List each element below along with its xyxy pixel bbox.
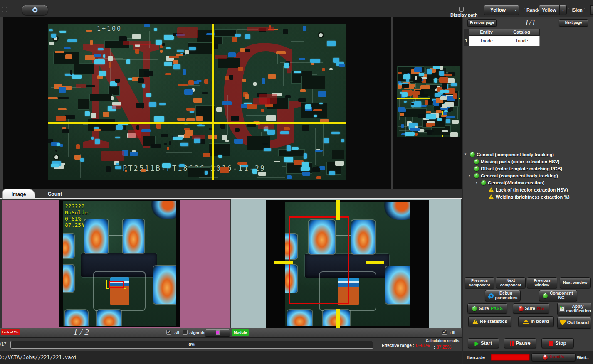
pcb-component [452,120,459,124]
sign-checkbox[interactable] [568,8,573,12]
pcb-component [264,148,271,151]
pcb-component [420,85,430,89]
all-checkbox[interactable] [166,330,171,335]
stop-button[interactable]: Stop [541,338,574,348]
tree-item[interactable]: Missing parts (color extraction HSV) [464,158,593,165]
apply-modification-button[interactable]: Apply modification [557,303,591,315]
edge-checkbox[interactable] [584,8,588,12]
sure-pass-button[interactable]: Sure PASS [467,303,507,314]
pcb-component [237,162,247,165]
barcode-input[interactable] [491,354,530,361]
pcb-component [85,111,90,116]
main-image-panel[interactable]: 1+100 PT2511B-PT1868C 2016-11-29 N G [3,17,391,189]
ng-highlight [128,130,141,138]
previous-component-button[interactable]: Previous component [465,277,494,288]
pcb-trace [187,93,187,114]
pcb-component [99,71,106,76]
pcb-component [173,137,183,139]
pcb-component [310,59,321,63]
window-tick-left [274,261,293,264]
pcb-component [132,34,141,39]
tree-item-label: General(Window creation) [488,180,544,185]
algorithm-checkbox[interactable] [183,330,188,335]
tree-item[interactable]: ▼General (component body tracking) [464,172,593,179]
next-page-button[interactable]: Next page [559,19,588,27]
closeup-feature [97,310,122,326]
color-swatch-button[interactable] [205,329,230,337]
re-statistics-button[interactable]: Re-statistics [468,316,511,327]
pcb-component [405,71,411,73]
table-cell-catalog[interactable]: Triode [504,36,540,46]
pcb-component [125,170,127,172]
pause-button[interactable]: Pause [504,338,536,348]
color-select-1[interactable]: Yellow ▼ [484,5,519,15]
out-board-button[interactable]: Out board [557,317,591,329]
closeup-feature [150,201,176,219]
expand-view-button[interactable] [22,5,48,15]
pcb-component [284,63,289,68]
debug-parameters-button[interactable]: Debug parameters [485,290,521,301]
pcb-component [164,143,167,145]
pcb-component [179,164,185,167]
color-select-2[interactable]: Yellow ▼ [539,5,567,15]
aoi-application-window: Display path Yellow ▼ Random Yellow ▼ Si… [0,0,593,364]
next-component-button[interactable]: Next component [496,277,526,288]
sure-ng-button[interactable]: Sure NG [513,303,549,314]
display-path-label: Display path [450,12,477,17]
barcode-status-button[interactable]: 0 unit/s [531,353,576,361]
pcb-component [327,41,336,46]
pcb-component [440,66,443,69]
closeup-feature [153,266,176,304]
previous-window-button[interactable]: Previous window [527,277,557,288]
pcb-component [313,109,322,111]
reference-view-right[interactable] [231,199,461,328]
next-window-button[interactable]: Next window [560,277,591,288]
previous-page-button[interactable]: Previous page [467,19,497,27]
pcb-trace [149,31,150,48]
color-select-2-value: Yellow [539,5,559,15]
tree-item[interactable]: ▼General(Window creation) [464,179,593,186]
in-board-button[interactable]: In board [518,316,554,327]
page-indicator: 1/1 [514,17,547,28]
tab-count[interactable]: Count [38,189,72,199]
x-circle-icon [519,306,524,311]
pcb-component [177,50,184,52]
tree-expand-arrow-icon[interactable]: ▼ [468,174,472,177]
pcb-board-image[interactable]: 1+100 PT2511B-PT1868C 2016-11-29 N G [48,24,346,180]
tree-item[interactable]: Lack of tin (color extraction HSV) [464,186,593,193]
pcb-component [146,93,151,97]
warning-icon [472,319,478,324]
display-path-checkbox[interactable] [459,7,464,12]
navigator-thumbnail[interactable] [397,66,460,137]
pcb-component [245,34,250,39]
pcb-component [422,79,426,83]
pcb-component [404,101,406,103]
chevron-down-icon: ▼ [559,5,566,15]
pcb-component [451,83,457,86]
pcb-trace [277,53,278,64]
top-left-checkbox[interactable] [2,7,7,12]
table-cell-entity[interactable]: Triode [469,36,504,46]
overlay-line: 87.25% [65,222,91,228]
pcb-component [292,147,299,150]
pcb-component [283,29,288,34]
pcb-component [159,103,166,105]
component-ng-button[interactable]: Component NG [539,290,577,301]
tree-item-label: Missing parts (color extraction HSV) [481,159,559,164]
defect-view-left[interactable]: ??????NoSolder0~61%87.25% [2,200,230,328]
pcb-component [413,94,418,98]
pcb-component [319,103,323,104]
tree-expand-arrow-icon[interactable]: ▼ [475,181,479,184]
start-button[interactable]: ▶ Start [468,338,499,348]
random-checkbox[interactable] [521,8,525,12]
pcb-component [284,157,293,162]
tab-image[interactable]: Image [2,189,35,199]
defect-closeup-image[interactable]: ??????NoSolder0~61%87.25% [63,201,176,326]
fill-checkbox[interactable] [442,330,447,335]
tree-item[interactable]: Welding (brightness extraction %) [464,193,593,200]
tree-item[interactable]: Offset (color template matching PGB) [464,165,593,172]
tree-item[interactable]: ▼General (component body tracking) [464,151,593,158]
pcb-component [109,62,111,67]
tree-expand-arrow-icon[interactable]: ▼ [464,153,468,156]
pcb-component [403,74,410,79]
